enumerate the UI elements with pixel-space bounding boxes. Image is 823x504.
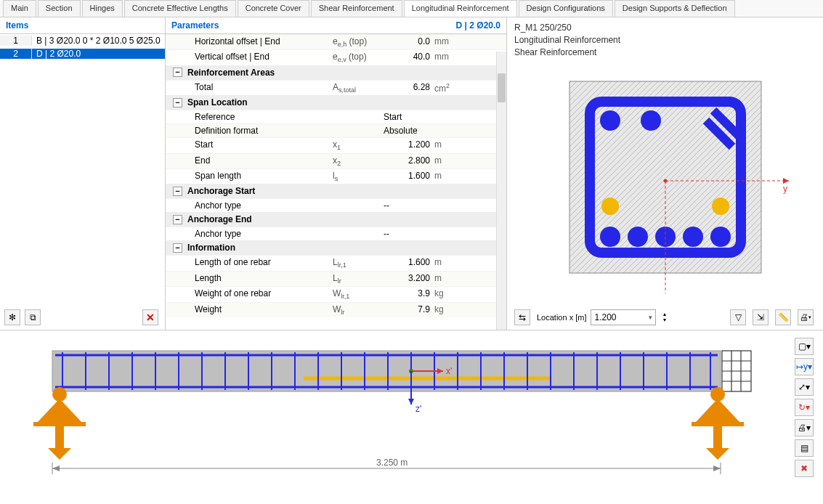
param-row[interactable]: Endx22.800m — [166, 153, 506, 168]
svg-marker-63 — [48, 448, 71, 460]
svg-point-7 — [601, 198, 619, 215]
svg-point-8 — [712, 198, 729, 215]
parameters-panel: Parameters D | 2 Ø20.0 Horizontal offset… — [166, 17, 507, 330]
svg-point-5 — [600, 110, 620, 131]
tab-longitudinal-reinforcement[interactable]: Longitudinal Reinforcement — [404, 0, 517, 17]
svg-marker-80 — [713, 466, 721, 471]
svg-marker-74 — [408, 399, 414, 405]
svg-point-13 — [710, 227, 731, 247]
measure-button[interactable]: 📏 — [775, 309, 791, 325]
param-row[interactable]: WeightWlr7.9kg — [166, 302, 506, 317]
param-row[interactable]: Definition formatAbsolute — [166, 123, 506, 137]
svg-point-6 — [641, 110, 661, 131]
items-panel: Items 1B | 3 Ø20.0 0 * 2 Ø10.0 5 Ø25.02D… — [0, 17, 166, 330]
print-button[interactable]: 🖨▾ — [798, 309, 814, 325]
param-row[interactable]: Vertical offset | Endee,v (top)40.0mm — [166, 49, 506, 65]
view-y-button[interactable]: ↦y▾ — [795, 358, 814, 375]
beam-elevation-view: x' z' 3.250 m — [13, 338, 754, 490]
tab-design-supports-deflection[interactable]: Design Supports & Deflection — [615, 0, 735, 17]
svg-text:y: y — [783, 184, 787, 194]
param-row[interactable]: Horizontal offset | Endee,h (top)0.0mm — [166, 34, 506, 49]
collapse-icon[interactable]: − — [173, 187, 182, 196]
layers-button[interactable]: ▤ — [795, 439, 814, 457]
param-row[interactable]: Span lengthls1.600m — [166, 168, 506, 184]
tab-shear-reinforcement[interactable]: Shear Reinforcement — [311, 0, 402, 17]
delete-item-button[interactable]: ✕ — [142, 309, 158, 325]
svg-text:x': x' — [446, 366, 452, 376]
svg-rect-67 — [713, 426, 722, 448]
location-label: Location x [m] — [537, 313, 586, 322]
cross-section-view: y — [542, 76, 789, 293]
beam-length-label: 3.250 m — [376, 458, 408, 468]
copy-item-button[interactable]: ⧉ — [25, 309, 41, 325]
svg-marker-79 — [52, 466, 60, 471]
export-button[interactable]: ⇲ — [753, 309, 769, 325]
tabs-bar: MainSectionHingesConcrete Effective Leng… — [0, 0, 823, 17]
view-3d-button[interactable]: ▢▾ — [795, 338, 814, 355]
svg-marker-65 — [696, 399, 739, 422]
tab-concrete-effective-lengths[interactable]: Concrete Effective Lengths — [124, 0, 236, 17]
svg-text:z': z' — [415, 404, 421, 414]
svg-marker-16 — [783, 178, 789, 184]
dropdown-icon: ▾ — [649, 314, 652, 321]
collapse-icon[interactable]: − — [173, 68, 182, 77]
items-header: Items — [0, 17, 165, 34]
svg-rect-62 — [55, 426, 64, 448]
collapse-icon[interactable]: − — [173, 215, 182, 224]
clear-button[interactable]: ✖ — [795, 460, 814, 477]
svg-marker-68 — [706, 448, 729, 460]
param-group[interactable]: −Anchorage Start — [166, 184, 506, 198]
parameters-title: Parameters — [171, 20, 219, 31]
param-row[interactable]: TotalAs,total6.28cm2 — [166, 80, 506, 95]
filter-button[interactable]: ▽ — [730, 309, 746, 325]
tab-design-configurations[interactable]: Design Configurations — [519, 0, 613, 17]
svg-point-12 — [683, 227, 703, 247]
zoom-fit-button[interactable]: ⤢▾ — [795, 378, 814, 396]
items-row[interactable]: 2D | 2 Ø20.0 — [0, 47, 165, 60]
tab-hinges[interactable]: Hinges — [82, 0, 123, 17]
param-group[interactable]: −Anchorage End — [166, 212, 506, 227]
view-toolbar: ▢▾ ↦y▾ ⤢▾ ↻▾ 🖨▾ ▤ ✖ — [795, 338, 816, 477]
collapse-icon[interactable]: − — [173, 98, 182, 107]
section-preview-panel: R_M1 250/250 Longitudinal Reinforcement … — [507, 17, 823, 330]
svg-point-9 — [600, 227, 620, 247]
rotate-button[interactable]: ↻▾ — [795, 399, 814, 416]
parameters-context: D | 2 Ø20.0 — [456, 20, 500, 31]
beam-elevation-panel: x' z' 3.250 m ▢▾ ↦y▾ ⤢▾ ↻▾ 🖨▾ ▤ ✖ — [0, 330, 823, 489]
param-row[interactable]: Weight of one rebarWlr,13.9kg — [166, 286, 506, 301]
param-row[interactable]: LengthLlr3.200m — [166, 271, 506, 286]
swap-view-button[interactable]: ⇆ — [514, 309, 530, 325]
svg-rect-61 — [33, 422, 86, 426]
items-row[interactable]: 1B | 3 Ø20.0 0 * 2 Ø10.0 5 Ø25.0 — [0, 34, 165, 47]
svg-point-17 — [663, 179, 667, 183]
tab-main[interactable]: Main — [3, 0, 36, 17]
section-info-text: R_M1 250/250 Longitudinal Reinforcement … — [514, 22, 816, 58]
tab-concrete-cover[interactable]: Concrete Cover — [238, 0, 309, 17]
collapse-icon[interactable]: − — [173, 243, 182, 253]
tab-section[interactable]: Section — [38, 0, 81, 17]
param-row[interactable]: Anchor type-- — [166, 227, 506, 240]
param-row[interactable]: Length of one rebarLlr,11.600m — [166, 255, 506, 270]
svg-point-10 — [628, 227, 648, 247]
params-scrollbar[interactable] — [496, 52, 506, 330]
location-input[interactable]: 1.200▾ — [591, 309, 656, 325]
param-row[interactable]: Startx11.200m — [166, 137, 506, 153]
param-row[interactable]: ReferenceStart — [166, 110, 506, 123]
svg-rect-66 — [692, 422, 744, 426]
param-group[interactable]: −Reinforcement Areas — [166, 65, 506, 80]
param-group[interactable]: −Information — [166, 240, 506, 255]
svg-marker-60 — [38, 399, 81, 422]
spin-down[interactable]: ▾ — [663, 317, 666, 323]
param-row[interactable]: Anchor type-- — [166, 198, 506, 212]
print-view-button[interactable]: 🖨▾ — [795, 419, 814, 436]
new-item-button[interactable]: ✻ — [4, 309, 20, 325]
param-group[interactable]: −Span Location — [166, 95, 506, 110]
